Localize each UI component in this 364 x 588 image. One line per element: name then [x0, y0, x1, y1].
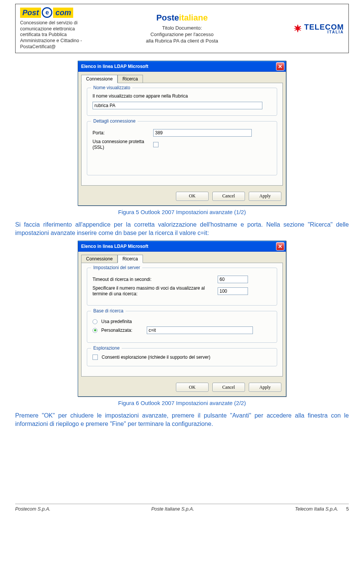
- ldap-dialog-search: Elenco in linea LDAP Microsoft ✕ Conness…: [78, 241, 286, 397]
- dialog-title: Elenco in linea LDAP Microsoft: [81, 244, 148, 249]
- field-description: Il nome visualizzato come appare nella R…: [93, 93, 271, 99]
- port-input[interactable]: [153, 129, 252, 137]
- figure-caption-5: Figura 5 Outlook 2007 Impostazioni avanz…: [15, 209, 349, 215]
- posteitaliane-logo: Posteitaliane: [156, 13, 208, 22]
- body-paragraph: Si faccia riferimento all'appendice per …: [15, 221, 349, 237]
- display-name-input[interactable]: [93, 102, 262, 109]
- footer-center: Poste Italiane S.p.A.: [151, 506, 194, 512]
- ssl-checkbox[interactable]: [153, 142, 158, 147]
- body-paragraph: Premere "OK" per chiudere le impostazion…: [15, 411, 349, 428]
- group-legend: Dettagli connessione: [91, 118, 138, 124]
- telecom-burst-icon: [293, 24, 303, 33]
- group-server-settings: Impostazioni del server Timeout di ricer…: [87, 268, 277, 306]
- dialog-titlebar: Elenco in linea LDAP Microsoft ✕: [78, 61, 286, 72]
- telecom-logo: TELECOM ITALIA: [293, 23, 344, 34]
- doc-title-line: Configurazione per l'accesso: [131, 32, 233, 38]
- doc-title-line: alla Rubrica PA da client di Posta: [131, 38, 233, 44]
- group-browse: Esplorazione Consenti esplorazione (rich…: [87, 348, 277, 366]
- group-connection-details: Dettagli connessione Porta: Usa connessi…: [87, 121, 277, 175]
- maxentries-label: Specificare il numero massimo di voci da…: [93, 285, 214, 297]
- dialog-titlebar: Elenco in linea LDAP Microsoft ✕: [78, 241, 286, 252]
- port-label: Porta:: [93, 130, 149, 136]
- close-icon[interactable]: ✕: [276, 242, 284, 251]
- maxentries-input[interactable]: [218, 287, 248, 295]
- logo-text: Poste: [156, 13, 179, 22]
- radio-label: Usa predefinita: [101, 319, 132, 324]
- logo-text: com: [53, 8, 73, 18]
- apply-button[interactable]: Apply: [249, 192, 281, 201]
- ok-button[interactable]: OK: [176, 383, 209, 392]
- logo-e-icon: e: [42, 7, 52, 18]
- group-legend: Nome visualizzato: [91, 85, 132, 90]
- dialog-title: Elenco in linea LDAP Microsoft: [81, 64, 148, 69]
- doc-title: Titolo Documento: Configurazione per l'a…: [131, 25, 233, 44]
- logo-text: italiane: [179, 13, 208, 22]
- timeout-input[interactable]: [218, 276, 248, 283]
- doc-title-label: Titolo Documento:: [131, 25, 233, 32]
- custom-base-input[interactable]: [147, 326, 253, 334]
- browse-label: Consenti esplorazione (richiede il suppo…: [102, 355, 210, 360]
- logo-text: Post: [20, 8, 41, 18]
- group-legend: Base di ricerca: [91, 308, 126, 314]
- group-legend: Esplorazione: [91, 345, 122, 351]
- cancel-button[interactable]: Cancel: [212, 192, 245, 201]
- tab-connection[interactable]: Connessione: [81, 255, 118, 263]
- timeout-label: Timeout di ricerca in secondi:: [93, 277, 214, 282]
- ssl-label: Usa connessione protetta (SSL): [93, 139, 149, 150]
- group-legend: Impostazioni del server: [91, 265, 142, 270]
- ldap-dialog-connection: Elenco in linea LDAP Microsoft ✕ Conness…: [78, 61, 286, 206]
- document-header: Post e com Concessione del servizio di c…: [15, 4, 349, 53]
- tab-search[interactable]: Ricerca: [118, 255, 143, 263]
- page-number: 5: [346, 506, 349, 512]
- radio-label: Personalizzata:: [101, 328, 143, 333]
- footer-left: Postecom S.p.A.: [15, 506, 50, 512]
- postecom-logo: Post e com: [20, 7, 73, 18]
- concession-text: Concessione del servizio di comunicazion…: [20, 20, 122, 50]
- group-display-name: Nome visualizzato Il nome visualizzato c…: [87, 88, 277, 116]
- tab-connection[interactable]: Connessione: [81, 75, 118, 83]
- footer-right: Telecom Italia S.p.A.: [295, 506, 338, 512]
- ok-button[interactable]: OK: [176, 192, 209, 201]
- apply-button[interactable]: Apply: [249, 383, 281, 392]
- browse-checkbox[interactable]: [93, 355, 98, 360]
- radio-default[interactable]: [93, 319, 97, 324]
- group-search-base: Base di ricerca Usa predefinita Personal…: [87, 311, 277, 343]
- cancel-button[interactable]: Cancel: [212, 383, 245, 392]
- page-footer: Postecom S.p.A. Poste Italiane S.p.A. Te…: [15, 504, 349, 512]
- tab-search[interactable]: Ricerca: [118, 75, 143, 83]
- close-icon[interactable]: ✕: [276, 62, 284, 71]
- radio-custom[interactable]: [93, 328, 97, 333]
- figure-caption-6: Figura 6 Outlook 2007 Impostazioni avanz…: [15, 400, 349, 406]
